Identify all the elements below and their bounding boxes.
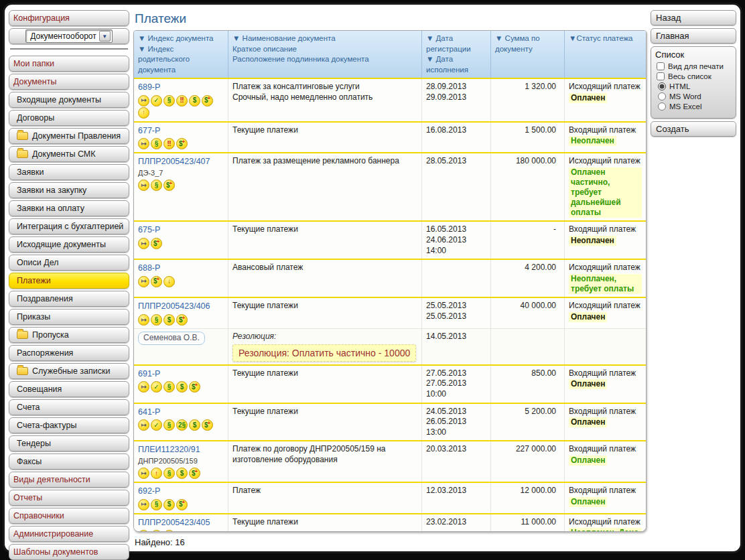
document-index-link[interactable]: ПЛПР2005423/405 <box>138 517 210 528</box>
sidebar: Конфигурация Документооборот ▼ Мои папки… <box>9 10 129 547</box>
radio-input[interactable] <box>658 82 666 90</box>
sidebar-item-label: Интеграция с бухгалтерией <box>17 222 123 231</box>
status-icons: ↦§$+ <box>138 179 224 191</box>
sidebar-item-label: Пропуска <box>32 330 69 340</box>
document-index-link[interactable]: 688-Р <box>138 263 160 273</box>
transfer-arrow-icon: ↦ <box>138 276 149 287</box>
sidebar-item-label: Описи Дел <box>17 258 58 267</box>
registration-date: 27.05.2013 <box>426 368 486 379</box>
document-index-link[interactable]: 692-Р <box>138 486 160 496</box>
document-sum: 227 000.00 <box>516 444 556 453</box>
table-row: ПЛПР2005423/407ДЭ-3_7↦§$+Платеж за разме… <box>134 153 646 222</box>
sidebar-item-22[interactable]: Тендеры <box>9 435 129 451</box>
folder-icon <box>17 367 28 375</box>
back-button[interactable]: Назад <box>651 10 736 25</box>
sidebar-item-5[interactable]: Документы Правления <box>9 128 129 144</box>
radio-input[interactable] <box>658 92 666 100</box>
sidebar-item-15[interactable]: Приказы <box>9 309 129 325</box>
sidebar-item-28[interactable]: Шаблоны документов <box>9 544 129 560</box>
sidebar-item-13[interactable]: Платежи <box>9 273 129 289</box>
workspace-select[interactable]: Документооборот ▼ <box>25 29 113 43</box>
payment-direction: Входящий платеж <box>569 125 642 136</box>
column-header-5[interactable]: ▼Статус платежа <box>565 31 646 78</box>
document-sum: 5 200.00 <box>525 407 556 416</box>
create-button[interactable]: Создать <box>651 121 736 137</box>
column-header-4[interactable]: ▼ Сумма по документу <box>491 31 565 78</box>
document-index-link[interactable]: ПЛПР2005423/406 <box>138 301 210 311</box>
sidebar-item-configuration[interactable]: Конфигурация <box>9 10 129 26</box>
sidebar-item-18[interactable]: Служебные записки <box>9 363 129 379</box>
sidebar-item-20[interactable]: Счета <box>9 399 129 415</box>
radio-ms-word[interactable]: MS Word <box>657 92 732 100</box>
dollar-icon: $ <box>189 419 200 431</box>
sidebar-item-10[interactable]: Интеграция с бухгалтерией <box>9 218 129 234</box>
document-index-link[interactable]: 675-Р <box>138 224 160 235</box>
table-row: 677-Р↦§‼$+Текущие платежи16.08.20131 500… <box>134 123 646 154</box>
sidebar-item-label: Заявки <box>17 167 44 177</box>
sidebar-item-6[interactable]: Документы СМК <box>9 146 129 162</box>
home-button[interactable]: Главная <box>651 28 736 44</box>
registration-date: 12.03.2013 <box>426 486 486 496</box>
document-index-link[interactable]: ПЛЕИ112320/91 <box>138 444 200 455</box>
sidebar-item-11[interactable]: Исходящие документы <box>9 236 129 253</box>
checkbox-label: Вид для печати <box>668 62 724 70</box>
checkbox-input[interactable] <box>657 62 665 70</box>
dollar-plus-icon: $+ <box>151 276 162 287</box>
table-header: ▼ Индекс документа▼ Индекс родительского… <box>134 31 646 79</box>
sidebar-item-3[interactable]: Входящие документы <box>9 92 129 108</box>
sidebar-item-25[interactable]: Отчеты <box>9 490 129 506</box>
sidebar-item-19[interactable]: Совещания <box>9 381 129 397</box>
table-row: ПЛЕИ112320/91ДНПР200505/159↦↑§$$+Платеж … <box>134 441 646 483</box>
sidebar-item-4[interactable]: Договоры <box>9 110 129 126</box>
column-header-1[interactable]: ▼ Индекс документа▼ Индекс родительского… <box>134 31 228 78</box>
checkbox-input[interactable] <box>657 72 665 80</box>
resolution-author-chip[interactable]: Семенова О.В. <box>138 332 205 345</box>
sidebar-item-26[interactable]: Справочники <box>9 508 129 524</box>
upload-arrow-icon: ↑ <box>138 107 149 119</box>
sidebar-item-27[interactable]: Администрирование <box>9 526 129 542</box>
radio-input[interactable] <box>658 102 666 111</box>
parent-index: ДЭ-3_7 <box>138 168 224 178</box>
document-title: Текущие платежи <box>232 224 417 235</box>
dollar-plus-icon: $+ <box>202 95 213 107</box>
document-index-link[interactable]: 677-Р <box>138 125 160 136</box>
sidebar-item-label: Шаблоны документов <box>13 547 98 557</box>
payment-status-badge: Оплачен <box>569 456 607 466</box>
priority-up-icon: ↑ <box>151 468 162 479</box>
transfer-arrow-icon: ↦ <box>138 138 149 149</box>
payment-status-badge: Неоплачен <box>569 236 616 246</box>
sidebar-item-label: Счета-фактуры <box>17 421 76 430</box>
sidebar-item-9[interactable]: Заявки на оплату <box>9 200 129 216</box>
sidebar-item-24[interactable]: Виды деятельности <box>9 472 129 488</box>
column-header-3[interactable]: ▼ Дата регистрации▼ Дата исполнения <box>422 31 491 78</box>
sidebar-item-14[interactable]: Поздравления <box>9 291 129 307</box>
sidebar-item-23[interactable]: Факсы <box>9 453 129 470</box>
chevron-down-icon[interactable]: ▼ <box>99 31 111 42</box>
dollar-icon: $ <box>176 381 188 393</box>
radio-html[interactable]: HTML <box>657 82 732 90</box>
registration-date: 28.09.2013 <box>426 82 486 92</box>
sidebar-item-16[interactable]: Пропуска <box>9 327 129 343</box>
sidebar-item-12[interactable]: Описи Дел <box>9 255 129 271</box>
sidebar-item-8[interactable]: Заявки на закупку <box>9 182 129 198</box>
sidebar-item-2[interactable]: Документы <box>9 74 129 90</box>
document-index-link[interactable]: 691-Р <box>138 368 160 379</box>
sidebar-item-21[interactable]: Счета-фактуры <box>9 417 129 433</box>
radio-ms-excel[interactable]: MS Excel <box>657 102 732 111</box>
document-index-link[interactable]: 641-Р <box>138 407 160 417</box>
dollar-icon: $ <box>176 468 188 479</box>
table-row: 688-Р↦$+↓Авансовый платеж4 200.00Исходящ… <box>134 260 646 298</box>
checkbox-весь-список[interactable]: Весь список <box>655 72 732 80</box>
sidebar-item-1[interactable]: Мои папки <box>9 56 129 72</box>
document-index-link[interactable]: 689-Р <box>138 82 160 92</box>
dollar-plus-icon: $+ <box>176 138 188 149</box>
checkbox-вид-для-печати[interactable]: Вид для печати <box>655 62 732 70</box>
dollar-icon: $ <box>163 499 175 510</box>
document-index-link[interactable]: ПЛПР2005423/407 <box>138 156 210 167</box>
transfer-arrow-icon: ↦ <box>138 381 149 393</box>
payment-direction: Исходящий платеж <box>569 82 642 92</box>
sidebar-item-7[interactable]: Заявки <box>9 164 129 180</box>
sidebar-item-17[interactable]: Распоряжения <box>9 345 129 361</box>
column-header-2[interactable]: ▼ Наименование документаКраткое описание… <box>228 31 422 78</box>
table-row: 675-Р↦$+Текущие платежи16.05.201324.06.2… <box>134 222 646 260</box>
